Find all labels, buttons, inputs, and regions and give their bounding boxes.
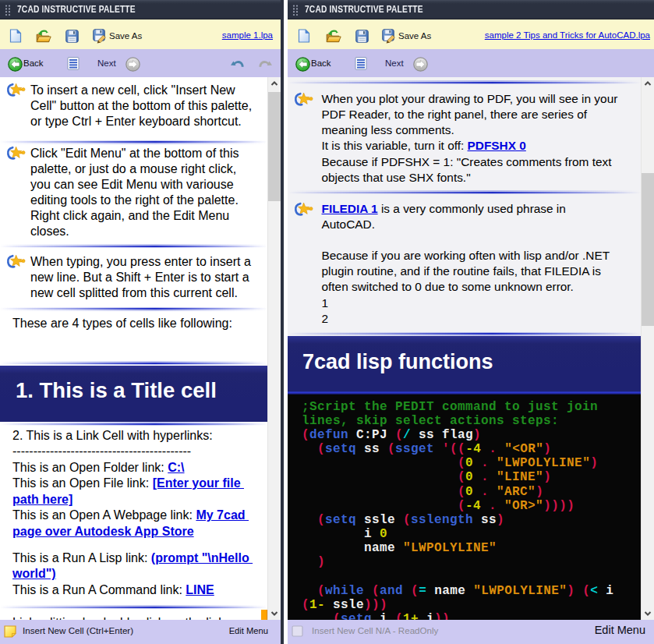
save-as-label: Save As [109,31,142,41]
title-cell-text: 1. This is a Title cell [0,366,217,403]
cell-text: Because if you are working often with li… [322,249,610,262]
panel-title: 7CAD INSTRUCTIVE PALETTE [17,4,136,15]
back-button[interactable] [295,57,310,72]
cell-text-line: closes. [30,224,239,239]
cell-text: plugin routine, and if the routine fails… [322,264,601,278]
code-line: (0 . "LINE") [302,470,641,484]
insert-new-cell-button[interactable]: Insert New Cell (Ctrl+Enter) [23,625,133,635]
gray-next-arrow-icon [413,57,428,72]
cell-text-line: This is an Open Folder link: C:\ [12,460,253,476]
cell-text: closes. [30,225,69,238]
new-file-button[interactable] [298,29,310,43]
chevron-down-icon [268,607,281,620]
scroll-down-button[interactable] [268,607,281,620]
scroll-down-button[interactable] [642,607,654,620]
floppy-pencil-icon [382,29,397,44]
left-scrollbar[interactable] [267,77,281,620]
undo-button[interactable] [230,59,245,69]
back-label[interactable]: Back [23,58,44,68]
cell-text-line: This is an Open File link: [Enter your f… [12,476,253,492]
cell-text-line: These are 4 types of cells like followin… [12,316,232,331]
cell-hyperlink[interactable]: page over Autodesk App Store [12,525,194,538]
cell-hyperlink[interactable]: (prompt "\nHello [151,551,253,564]
code-line: ) [302,555,641,569]
back-button[interactable] [8,57,23,72]
open-file-button[interactable] [36,30,51,43]
redo-button[interactable] [258,59,273,69]
cell-hyperlink[interactable]: [Enter your file [153,476,244,490]
cell-hyperlink[interactable]: world") [12,567,56,580]
save-as-button[interactable] [93,29,108,44]
next-label[interactable]: Next [97,58,116,68]
scroll-up-button[interactable] [642,77,654,90]
cell-text: often switched to 0 due to some unknown … [322,280,574,293]
cell-text-line: Cell" button at the bottom of this palet… [30,98,252,114]
cell-text: is a very commonly used phrase in [378,202,566,215]
right-titlebar[interactable]: 7CAD INSTRUCTIVE PALETTE [288,0,654,19]
grip-dots-icon[interactable] [292,5,299,19]
cell-text: This is a Run A Lisp link: [12,551,151,564]
cell-hyperlink[interactable]: My 7cad [196,508,249,522]
cell-separator [288,80,641,84]
title-cell[interactable]: 7cad lisp functions [288,336,641,391]
cell-hyperlink[interactable]: LINE [186,583,214,596]
cell-hyperlink[interactable]: C:\ [168,461,184,474]
open-file-button[interactable] [326,30,341,43]
grip-dots-icon [292,5,299,16]
cell-list-button[interactable] [355,57,367,70]
cell-text-line: This is a Run A Command link: LINE [12,582,253,599]
cell-text: This is an Open A Webpage link: [12,508,196,522]
floppy-pencil-icon [93,29,108,44]
cell-text-line: ----------------------------------------… [12,444,253,460]
green-back-arrow-icon [295,57,310,72]
scroll-up-button[interactable] [268,77,281,90]
cell-text-line: This is an Open A Webpage link: My 7cad [12,508,253,524]
edit-menu-button[interactable]: Edit Menu [229,626,268,635]
current-file-link[interactable]: sample 2 Tips and Tricks for AutoCAD.lpa [485,30,650,40]
panel-title: 7CAD INSTRUCTIVE PALETTE [305,4,423,15]
code-line: (setq ssle (sslength ss) [302,513,641,527]
palette-panel-left: 7CAD INSTRUCTIVE PALETTE Save As sample … [0,0,284,644]
cell-text: you can see Edit Menu with variouse [30,178,234,191]
left-titlebar[interactable]: 7CAD INSTRUCTIVE PALETTE [0,0,281,19]
cell-text: palette, or just do a mouse right click, [30,162,236,175]
cell-text-line: It is this variable, turn it off: PDFSHX… [322,138,618,154]
cell-text: editing tools to the right of the palett… [30,193,239,207]
cell-text: This is a Run A Command link: [12,583,186,596]
cell-text-line: new line. But a Shift + Enter is to star… [30,270,251,285]
cell-list-button[interactable] [67,57,80,70]
scrollbar-thumb[interactable] [268,92,281,201]
code-cell[interactable]: ;Script the PEDIT command to just joinli… [288,395,641,620]
cell-text-line: When you plot your drawing to PDF, you w… [322,91,618,107]
next-label[interactable]: Next [385,58,404,68]
new-file-button[interactable] [9,29,22,43]
open-folder-icon [326,30,341,43]
cell-hyperlink[interactable]: PDFSHX 0 [468,139,526,152]
tip-star-icon [6,83,26,99]
grip-dots-icon[interactable] [5,5,11,19]
autocad-palettes-workspace: 7CAD INSTRUCTIVE PALETTE Save As sample … [0,0,654,644]
cell-hyperlink[interactable]: FILEDIA 1 [322,202,378,215]
save-button[interactable] [65,30,79,43]
edit-menu-button[interactable]: Edit Menu [595,624,645,636]
cell-text-line: To insert a new cell, click "Insert New [30,83,252,98]
current-file-link[interactable]: sample 1.lpa [222,30,273,40]
back-label[interactable]: Back [311,58,331,68]
next-button[interactable] [413,57,428,72]
cell-separator [288,332,641,336]
cell-text-line: new cell splitted from this current cell… [30,285,251,301]
save-as-button[interactable] [382,29,397,44]
scrollbar-thumb[interactable] [642,173,654,326]
cell-text: 2. This is a Link Cell with hyperlinks: [12,429,213,442]
right-scrollbar[interactable] [641,77,654,620]
code-line [302,569,641,583]
title-cell[interactable]: 1. This is a Title cell [0,366,267,422]
cell-text: ----------------------------------------… [12,444,191,458]
title-cell-text: 7cad lisp functions [288,336,493,374]
save-button[interactable] [355,30,369,43]
left-navbar: Back Next [0,49,281,77]
next-button[interactable] [125,57,140,72]
cell-text-line: FILEDIA 1 is a very commonly used phrase… [322,201,610,217]
code-line: (defun C:PJ (/ ss flag) [302,428,641,442]
cell-hyperlink[interactable]: path here] [12,493,72,506]
